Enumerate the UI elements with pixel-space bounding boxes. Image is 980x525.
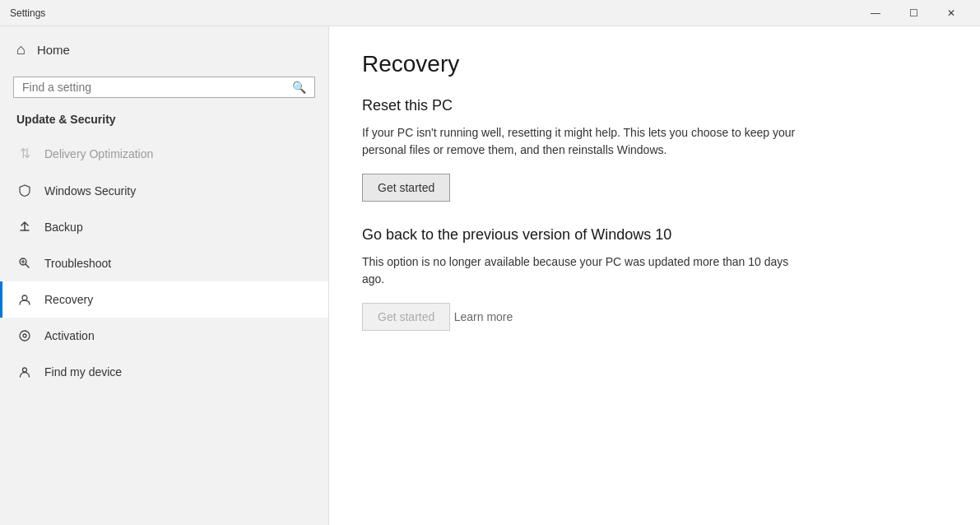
sidebar-item-label: Recovery [44,293,93,306]
sidebar-item-backup[interactable]: Backup [0,209,328,245]
app-content: ⌂ Home 🔍 Update & Security ⇅ Delivery Op… [0,26,980,525]
maximize-button[interactable]: ☐ [894,0,932,26]
backup-icon [16,221,33,234]
sidebar-item-find-my-device[interactable]: Find my device [0,354,328,390]
sidebar-item-label: Troubleshoot [44,257,111,270]
window-controls: — ☐ ✕ [857,0,970,26]
svg-point-1 [22,295,27,300]
sidebar-item-windows-security[interactable]: Windows Security [0,173,328,209]
sidebar-item-activation[interactable]: Activation [0,318,328,354]
troubleshoot-icon [16,257,33,270]
main-content: Recovery Reset this PC If your PC isn't … [329,26,980,525]
minimize-button[interactable]: — [857,0,894,26]
go-back-button: Get started [362,303,450,331]
section1-title: Reset this PC [362,97,947,114]
delivery-optimization-icon: ⇅ [16,146,33,161]
reset-pc-button[interactable]: Get started [362,174,450,202]
page-title: Recovery [362,51,947,77]
sidebar-item-delivery-optimization[interactable]: ⇅ Delivery Optimization [0,134,328,173]
sidebar-item-label: Backup [44,221,83,234]
search-icon: 🔍 [292,81,306,94]
activation-icon [16,329,33,342]
sidebar-item-label: Delivery Optimization [44,147,153,160]
svg-point-3 [23,334,26,337]
sidebar-item-recovery[interactable]: Recovery [0,281,328,318]
sidebar-item-troubleshoot[interactable]: Troubleshoot [0,245,328,281]
sidebar-item-label: Activation [44,329,95,342]
section2-title: Go back to the previous version of Windo… [362,226,947,244]
close-button[interactable]: ✕ [932,0,970,26]
recovery-icon [16,293,33,306]
search-input[interactable] [22,81,292,94]
find-my-device-icon [16,365,33,379]
learn-more-link[interactable]: Learn more [454,310,513,323]
sidebar-item-label: Windows Security [44,184,136,197]
window-title: Settings [10,7,45,19]
sidebar-item-home[interactable]: ⌂ Home [0,26,328,73]
section1-description: If your PC isn't running well, resetting… [362,124,806,159]
svg-point-4 [23,368,27,372]
section2-description: This option is no longer available becau… [362,253,806,288]
sidebar-item-label: Find my device [44,365,122,379]
windows-security-icon [16,184,33,197]
sidebar-section-title: Update & Security [0,108,328,134]
titlebar: Settings — ☐ ✕ [0,0,980,26]
sidebar-home-label: Home [37,43,70,57]
sidebar-search-box[interactable]: 🔍 [13,77,315,98]
svg-point-2 [20,331,30,341]
sidebar: ⌂ Home 🔍 Update & Security ⇅ Delivery Op… [0,26,329,525]
home-icon: ⌂ [16,41,26,58]
